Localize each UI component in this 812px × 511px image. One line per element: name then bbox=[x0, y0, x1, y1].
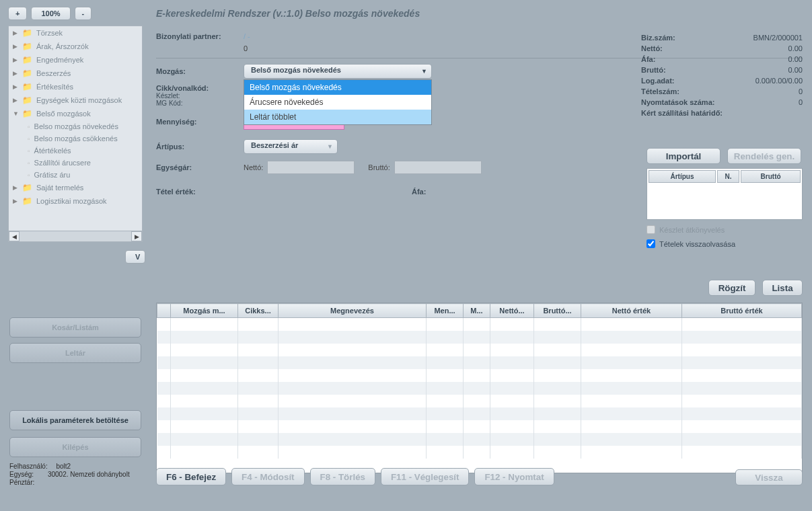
net-label: Nettó: bbox=[244, 163, 263, 171]
tree-folder[interactable]: ▶📁Beszerzés bbox=[9, 67, 142, 80]
read-back-label: Tételek visszaolvasása bbox=[659, 240, 735, 248]
f8-delete-button: F8 - Törlés bbox=[310, 468, 375, 485]
grid-th-qty[interactable]: Men... bbox=[427, 304, 464, 318]
logdata-label: Log.adat: bbox=[641, 77, 675, 85]
printcount-value: 0 bbox=[799, 98, 803, 106]
collapse-button[interactable]: V bbox=[125, 250, 145, 264]
gross-label: Bruttó: bbox=[368, 163, 390, 171]
inventory-button[interactable]: Leltár bbox=[9, 343, 141, 363]
tree-label: Logisztikai mozgások bbox=[36, 197, 107, 205]
tree-label: Engedmények bbox=[36, 56, 83, 64]
net-input[interactable] bbox=[267, 161, 355, 174]
price-mini-table: ÁrtípusN.Bruttó bbox=[647, 168, 803, 220]
table-row[interactable] bbox=[157, 446, 802, 459]
exit-button[interactable]: Kilépés bbox=[9, 437, 141, 457]
grid-th-gross[interactable]: Bruttó... bbox=[534, 304, 581, 318]
movement-option[interactable]: Leltár többlet bbox=[244, 110, 431, 124]
printcount-label: Nyomtatások száma: bbox=[641, 98, 714, 106]
tree-item[interactable]: ▫Belso mozgás csökkenés bbox=[9, 132, 142, 145]
tree-label: Értékesítés bbox=[36, 83, 73, 91]
tree-folder[interactable]: ▶📁Saját termelés bbox=[9, 181, 142, 194]
list-button[interactable]: Lista bbox=[762, 280, 803, 296]
partner-value: / - bbox=[244, 32, 250, 40]
save-button[interactable]: Rögzít bbox=[708, 280, 755, 296]
net-total-label: Nettó: bbox=[641, 44, 663, 52]
zoom-out-button[interactable]: - bbox=[75, 7, 92, 20]
tree-item[interactable]: ▫Belso mozgás növekedés bbox=[9, 120, 142, 132]
table-row[interactable] bbox=[157, 420, 802, 433]
table-row[interactable] bbox=[157, 433, 802, 446]
grid-th-name[interactable]: Megnevezés bbox=[279, 304, 427, 318]
tree-label: Belső mozgások bbox=[36, 110, 91, 118]
movement-option[interactable]: Árucsere növekedés bbox=[244, 95, 431, 110]
tree-folder[interactable]: ▶📁Törzsek bbox=[9, 26, 142, 40]
user-label: Felhasználó: bbox=[9, 463, 48, 470]
folder-icon: 📁 bbox=[22, 55, 32, 65]
user-value: bolt2 bbox=[56, 463, 71, 470]
folder-icon: 📁 bbox=[22, 109, 32, 118]
import-button[interactable]: Importál bbox=[647, 148, 721, 164]
unitprice-label: Egységár: bbox=[156, 163, 244, 171]
f11-finalize-button: F11 - Véglegesít bbox=[381, 468, 469, 485]
stock-transfer-label: Készlet átkönyvelés bbox=[659, 226, 725, 234]
chevron-down-icon: ▼ bbox=[13, 110, 20, 117]
table-row[interactable] bbox=[157, 318, 802, 331]
table-row[interactable] bbox=[157, 407, 802, 420]
tree-folder[interactable]: ▼📁Belső mozgások bbox=[9, 107, 142, 120]
folder-icon: 📁 bbox=[22, 42, 32, 51]
movement-dropdown[interactable]: Belső mozgás növekedés▼ bbox=[244, 64, 432, 79]
logdata-value: 0.00/0.00/0.00 bbox=[755, 77, 803, 85]
gross-input[interactable] bbox=[394, 161, 482, 174]
tree-item[interactable]: ▫Szállítói árucsere bbox=[9, 157, 142, 169]
f6-finish-button[interactable]: F6 - Befejez bbox=[156, 468, 226, 485]
table-row[interactable] bbox=[157, 369, 802, 382]
table-row[interactable] bbox=[157, 382, 802, 395]
grid-th-item[interactable]: Cikks... bbox=[238, 304, 279, 318]
grid-th-movement[interactable]: Mozgás m... bbox=[171, 304, 238, 318]
movement-option[interactable]: Belső mozgás növekedés bbox=[244, 80, 431, 95]
tree-item[interactable]: ▫Grátisz áru bbox=[9, 169, 142, 181]
tree-folder[interactable]: ▶📁Árak, Árszorzók bbox=[9, 40, 142, 53]
gross-total-value: 0.00 bbox=[788, 66, 803, 74]
generate-order-button: Rendelés gen. bbox=[727, 148, 801, 164]
grid-th-netval[interactable]: Nettó érték bbox=[581, 304, 682, 318]
itemcount-value: 0 bbox=[799, 87, 803, 95]
vat-total-label: Áfa: bbox=[641, 55, 655, 63]
movement-dropdown-list: Belső mozgás növekedés Árucsere növekedé… bbox=[244, 79, 432, 125]
item-barcode-label: Cikk/vonalkód: bbox=[156, 84, 244, 92]
file-icon: ▫ bbox=[28, 135, 30, 143]
tree-folder[interactable]: ▶📁Értékesítés bbox=[9, 80, 142, 93]
zoom-level-button[interactable]: 100% bbox=[31, 7, 70, 20]
partner-label: Bizonylati partner: bbox=[156, 32, 244, 40]
tree-item[interactable]: ▫Átértékelés bbox=[9, 145, 142, 157]
mini-th-gross: Bruttó bbox=[741, 170, 801, 183]
table-row[interactable] bbox=[157, 331, 802, 344]
tree-folder[interactable]: ▶📁Engedmények bbox=[9, 53, 142, 67]
table-row[interactable] bbox=[157, 395, 802, 407]
grid-th-blank[interactable] bbox=[157, 304, 171, 318]
cart-button[interactable]: Kosár/Listám bbox=[9, 317, 141, 338]
page-title: E-kereskedelmi Rendszer (v.:1.0) Belso m… bbox=[156, 8, 420, 19]
file-icon: ▫ bbox=[28, 147, 30, 155]
read-back-checkbox[interactable] bbox=[647, 239, 655, 248]
pricetype-label: Ártípus: bbox=[156, 143, 244, 151]
docnum-value: BMN/2/000001 bbox=[753, 34, 803, 42]
grid-th-m[interactable]: M... bbox=[464, 304, 490, 318]
pricetype-dropdown[interactable]: Beszerzési ár▼ bbox=[244, 139, 338, 154]
stock-label: Készlet: bbox=[156, 92, 244, 100]
table-row[interactable] bbox=[157, 344, 802, 356]
tree-folder[interactable]: ▶📁Egységek közti mozgások bbox=[9, 93, 142, 107]
table-row[interactable] bbox=[157, 356, 802, 369]
scroll-left-icon[interactable]: ◀ bbox=[9, 231, 20, 241]
grid-th-net[interactable]: Nettó... bbox=[490, 304, 534, 318]
zoom-in-button[interactable]: + bbox=[8, 7, 27, 20]
scroll-right-icon[interactable]: ▶ bbox=[131, 231, 142, 241]
items-grid: Mozgás m... Cikks... Megnevezés Men... M… bbox=[156, 303, 803, 473]
load-params-button[interactable]: Lokális paraméterek betöltése bbox=[9, 410, 141, 430]
folder-icon: 📁 bbox=[22, 69, 32, 78]
tree-folder[interactable]: ▶📁Logisztikai mozgások bbox=[9, 194, 142, 208]
tree-label: Átértékelés bbox=[34, 147, 71, 155]
grid-th-grossval[interactable]: Bruttó érték bbox=[682, 304, 802, 318]
folder-icon: 📁 bbox=[22, 196, 32, 206]
sidebar-tree: ▶📁Törzsek▶📁Árak, Árszorzók▶📁Engedmények▶… bbox=[8, 26, 143, 242]
